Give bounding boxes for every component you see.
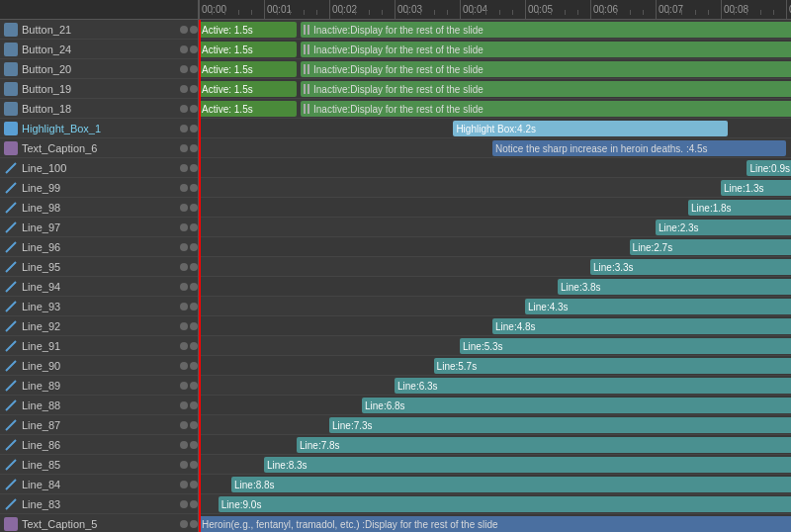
track-lock-dot[interactable] bbox=[190, 125, 198, 133]
track-eye-dot[interactable] bbox=[180, 263, 188, 271]
track-eye-dot[interactable] bbox=[180, 223, 188, 231]
track-lock-dot[interactable] bbox=[190, 85, 198, 93]
track-eye-dot[interactable] bbox=[180, 500, 188, 508]
timeline-bar[interactable]: Highlight Box:4.2s bbox=[453, 121, 727, 136]
track-lock-dot[interactable] bbox=[190, 45, 198, 53]
timeline-bar[interactable]: Line:8.8s bbox=[231, 477, 791, 492]
timeline-bar[interactable]: Line:4.8s bbox=[492, 318, 791, 334]
track-eye-dot[interactable] bbox=[180, 441, 188, 449]
timeline-bar[interactable]: Notice the sharp increase in heroin deat… bbox=[492, 140, 786, 156]
track-row-line-99[interactable]: Line_99 bbox=[0, 178, 198, 198]
track-lock-dot[interactable] bbox=[190, 164, 198, 172]
track-row-text-caption-6[interactable]: Text_Caption_6 bbox=[0, 138, 198, 158]
track-eye-dot[interactable] bbox=[180, 144, 188, 152]
track-row-line-86[interactable]: Line_86 bbox=[0, 435, 198, 455]
track-eye-dot[interactable] bbox=[180, 342, 188, 350]
timeline-bar[interactable]: Line:7.3s bbox=[329, 417, 791, 433]
track-row-line-98[interactable]: Line_98 bbox=[0, 198, 198, 218]
track-row-button-19[interactable]: Button_19 bbox=[0, 79, 198, 99]
track-eye-dot[interactable] bbox=[180, 243, 188, 251]
track-row-button-18[interactable]: Button_18 bbox=[0, 99, 198, 119]
track-row-line-90[interactable]: Line_90 bbox=[0, 356, 198, 376]
timeline-bar[interactable]: Line:7.8s bbox=[297, 437, 791, 453]
timeline-bar[interactable]: Line:6.3s bbox=[395, 378, 791, 394]
track-eye-dot[interactable] bbox=[180, 421, 188, 429]
track-lock-dot[interactable] bbox=[190, 500, 198, 508]
track-lock-dot[interactable] bbox=[190, 342, 198, 350]
track-lock-dot[interactable] bbox=[190, 243, 198, 251]
track-lock-dot[interactable] bbox=[190, 401, 198, 409]
timeline-bar[interactable]: Active: 1.5s bbox=[199, 22, 297, 38]
track-eye-dot[interactable] bbox=[180, 26, 188, 34]
track-lock-dot[interactable] bbox=[190, 421, 198, 429]
track-row-line-96[interactable]: Line_96 bbox=[0, 237, 198, 257]
timeline-bar[interactable]: Active: 1.5s bbox=[199, 101, 297, 117]
track-row-line-89[interactable]: Line_89 bbox=[0, 376, 198, 396]
track-lock-dot[interactable] bbox=[190, 481, 198, 488]
track-lock-dot[interactable] bbox=[190, 362, 198, 370]
playhead[interactable] bbox=[199, 20, 201, 532]
track-eye-dot[interactable] bbox=[180, 401, 188, 409]
track-row-line-91[interactable]: Line_91 bbox=[0, 336, 198, 356]
timeline-bar[interactable]: Line:4.3s bbox=[525, 299, 791, 314]
track-eye-dot[interactable] bbox=[180, 382, 188, 390]
track-lock-dot[interactable] bbox=[190, 26, 198, 34]
track-row-line-83[interactable]: Line_83 bbox=[0, 494, 198, 514]
track-eye-dot[interactable] bbox=[180, 65, 188, 73]
timeline-bar[interactable]: Line:2.7s bbox=[630, 239, 791, 255]
track-lock-dot[interactable] bbox=[190, 263, 198, 271]
track-eye-dot[interactable] bbox=[180, 85, 188, 93]
timeline-body[interactable]: Active: 1.5sInactive:Display for the res… bbox=[199, 20, 791, 532]
track-lock-dot[interactable] bbox=[190, 204, 198, 212]
track-lock-dot[interactable] bbox=[190, 382, 198, 390]
track-lock-dot[interactable] bbox=[190, 322, 198, 330]
track-lock-dot[interactable] bbox=[190, 520, 198, 528]
track-eye-dot[interactable] bbox=[180, 481, 188, 488]
track-eye-dot[interactable] bbox=[180, 105, 188, 113]
track-row-line-92[interactable]: Line_92 bbox=[0, 316, 198, 336]
track-lock-dot[interactable] bbox=[190, 105, 198, 113]
track-row-line-85[interactable]: Line_85 bbox=[0, 455, 198, 475]
track-row-highlight-box-1[interactable]: Highlight_Box_1 bbox=[0, 119, 198, 138]
track-row-line-87[interactable]: Line_87 bbox=[0, 415, 198, 435]
track-eye-dot[interactable] bbox=[180, 322, 188, 330]
track-lock-dot[interactable] bbox=[190, 303, 198, 310]
timeline-bar-after[interactable]: Inactive:Display for the rest of the sli… bbox=[301, 81, 791, 97]
track-eye-dot[interactable] bbox=[180, 461, 188, 469]
track-row-button-24[interactable]: Button_24 bbox=[0, 40, 198, 59]
timeline-bar[interactable]: Line:6.8s bbox=[362, 398, 791, 413]
timeline-bar-after[interactable]: Inactive:Display for the rest of the sli… bbox=[301, 42, 791, 57]
timeline-bar[interactable]: Line:3.3s bbox=[590, 259, 791, 275]
timeline-bar[interactable]: Line:1.3s bbox=[721, 180, 791, 196]
timeline-bar[interactable]: Active: 1.5s bbox=[199, 61, 297, 77]
track-lock-dot[interactable] bbox=[190, 144, 198, 152]
track-row-line-88[interactable]: Line_88 bbox=[0, 396, 198, 415]
track-row-button-21[interactable]: Button_21 bbox=[0, 20, 198, 40]
track-eye-dot[interactable] bbox=[180, 184, 188, 192]
track-row-line-100[interactable]: Line_100 bbox=[0, 158, 198, 178]
track-row-line-93[interactable]: Line_93 bbox=[0, 297, 198, 316]
track-eye-dot[interactable] bbox=[180, 45, 188, 53]
track-row-line-97[interactable]: Line_97 bbox=[0, 218, 198, 237]
track-lock-dot[interactable] bbox=[190, 184, 198, 192]
track-lock-dot[interactable] bbox=[190, 441, 198, 449]
timeline-bar[interactable]: Line:5.3s bbox=[460, 338, 791, 354]
track-eye-dot[interactable] bbox=[180, 283, 188, 291]
timeline-bar[interactable]: Line:2.3s bbox=[656, 220, 791, 235]
timeline-bar-after[interactable]: Inactive:Display for the rest of the sli… bbox=[301, 22, 791, 38]
timeline-bar-after[interactable]: Inactive:Display for the rest of the sli… bbox=[301, 61, 791, 77]
timeline-bar[interactable]: Line:0.9s bbox=[747, 160, 791, 176]
track-row-text-caption-5[interactable]: Text_Caption_5 bbox=[0, 514, 198, 532]
timeline-bar[interactable]: Line:3.8s bbox=[558, 279, 791, 295]
timeline-bar[interactable]: Line:5.7s bbox=[434, 358, 791, 374]
track-eye-dot[interactable] bbox=[180, 125, 188, 133]
track-lock-dot[interactable] bbox=[190, 461, 198, 469]
track-row-line-95[interactable]: Line_95 bbox=[0, 257, 198, 277]
track-lock-dot[interactable] bbox=[190, 65, 198, 73]
track-eye-dot[interactable] bbox=[180, 362, 188, 370]
timeline-bar[interactable]: Line:1.8s bbox=[688, 200, 791, 216]
track-row-line-94[interactable]: Line_94 bbox=[0, 277, 198, 297]
track-lock-dot[interactable] bbox=[190, 283, 198, 291]
timeline-bar[interactable]: Active: 1.5s bbox=[199, 42, 297, 57]
track-eye-dot[interactable] bbox=[180, 204, 188, 212]
